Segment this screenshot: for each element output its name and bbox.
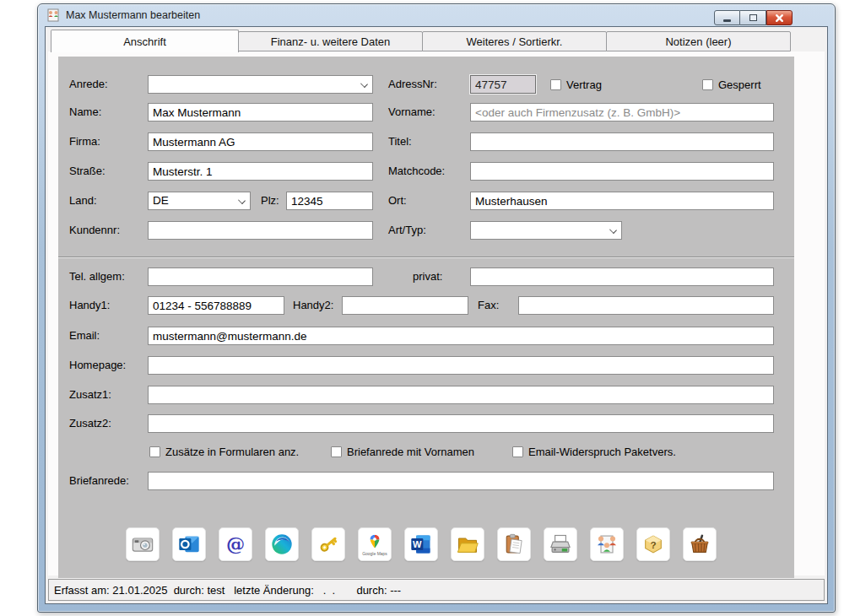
printer-icon xyxy=(549,532,572,556)
key-icon xyxy=(316,532,340,556)
plz-input[interactable] xyxy=(286,192,373,210)
land-combo-value: DE xyxy=(153,194,169,207)
zusaetze-formulare-checkbox[interactable]: Zusätze in Formularen anz. xyxy=(149,445,299,458)
tab-weiteres[interactable]: Weiteres / Sortierkr. xyxy=(422,31,607,51)
name-input[interactable] xyxy=(148,103,373,122)
send-email-button[interactable]: @ xyxy=(219,527,252,561)
google-maps-caption: Google Maps xyxy=(362,551,387,556)
outlook-button[interactable] xyxy=(172,527,206,561)
fax-input[interactable] xyxy=(518,296,774,315)
gesperrt-checkbox-label: Gesperrt xyxy=(718,78,761,91)
strasse-label: Straße: xyxy=(69,162,106,181)
ort-input[interactable] xyxy=(470,192,774,210)
clipboard-icon xyxy=(502,532,526,556)
handy1-input[interactable] xyxy=(148,296,284,315)
privat-input[interactable] xyxy=(470,267,774,286)
zusatz1-input[interactable] xyxy=(148,386,774,404)
land-combo[interactable]: DE xyxy=(148,192,251,210)
plz-label: Plz: xyxy=(261,192,279,210)
email-widerspruch-checkbox-label: Email-Widerspruch Paketvers. xyxy=(528,446,676,458)
tab-notizen[interactable]: Notizen (leer) xyxy=(606,31,791,51)
basket-button[interactable] xyxy=(683,527,717,561)
close-button[interactable] xyxy=(766,10,793,25)
password-key-button[interactable] xyxy=(311,527,345,561)
ort-label: Ort: xyxy=(388,192,407,210)
handy2-label: Handy2: xyxy=(293,296,333,315)
adressnr-label: AdressNr: xyxy=(388,75,437,94)
name-label: Name: xyxy=(69,103,101,122)
basket-icon xyxy=(688,532,711,556)
handy2-input[interactable] xyxy=(342,296,468,315)
matchcode-label: Matchcode: xyxy=(388,162,445,181)
vertrag-checkbox[interactable]: Vertrag xyxy=(550,78,602,91)
privat-label: privat: xyxy=(413,267,442,286)
folder-button[interactable] xyxy=(451,527,484,561)
action-toolbar: @ xyxy=(126,527,717,561)
word-button[interactable]: W xyxy=(404,527,438,561)
minimize-button[interactable] xyxy=(714,10,740,25)
minimize-icon xyxy=(723,19,731,22)
maximize-button[interactable] xyxy=(740,10,766,25)
tel-allgem-input[interactable] xyxy=(148,267,373,286)
titlebar[interactable]: Max Mustermann bearbeiten xyxy=(38,4,835,26)
section-divider xyxy=(58,257,794,258)
email-widerspruch-checkbox-box[interactable] xyxy=(512,446,523,457)
contacts-button[interactable] xyxy=(590,527,624,561)
zusatz2-label: Zusatz2: xyxy=(69,414,111,433)
zusaetze-formulare-checkbox-label: Zusätze in Formularen anz. xyxy=(165,446,299,458)
svg-text:W: W xyxy=(413,539,422,549)
tab-anschrift[interactable]: Anschrift xyxy=(51,30,239,52)
zusaetze-formulare-checkbox-box[interactable] xyxy=(149,446,160,457)
handy1-label: Handy1: xyxy=(69,296,110,315)
word-icon: W xyxy=(409,532,433,556)
email-widerspruch-checkbox[interactable]: Email-Widerspruch Paketvers. xyxy=(512,445,676,458)
edge-browser-button[interactable] xyxy=(265,527,299,561)
vorname-label: Vorname: xyxy=(388,103,436,122)
homepage-label: Homepage: xyxy=(69,356,126,375)
email-at-icon: @ xyxy=(224,532,247,556)
clipboard-button[interactable] xyxy=(497,527,531,561)
camera-icon xyxy=(131,532,154,556)
print-button[interactable] xyxy=(544,527,577,561)
email-label: Email: xyxy=(69,327,100,345)
status-bar: Erfasst am: 21.01.2025 durch: test letzt… xyxy=(48,579,825,601)
briefanrede-vorname-checkbox-label: Briefanrede mit Vornamen xyxy=(347,446,474,458)
arttyp-label: Art/Typ: xyxy=(388,221,426,240)
edit-contact-window: Max Mustermann bearbeiten Anschrift Fina… xyxy=(37,3,836,613)
camera-button[interactable] xyxy=(126,527,160,561)
briefanrede-input[interactable] xyxy=(148,472,774,490)
homepage-input[interactable] xyxy=(148,356,774,375)
folder-icon xyxy=(456,532,479,556)
vorname-input[interactable] xyxy=(470,103,774,122)
help-icon: ? xyxy=(641,532,665,556)
vertrag-checkbox-box[interactable] xyxy=(550,79,561,90)
briefanrede-vorname-checkbox[interactable]: Briefanrede mit Vornamen xyxy=(331,445,474,458)
gesperrt-checkbox-box[interactable] xyxy=(702,79,713,90)
email-input[interactable] xyxy=(148,327,774,345)
briefanrede-vorname-checkbox-box[interactable] xyxy=(331,446,342,457)
google-maps-icon xyxy=(366,533,383,550)
matchcode-input[interactable] xyxy=(470,162,774,181)
gesperrt-checkbox[interactable]: Gesperrt xyxy=(702,78,761,91)
arttyp-combo[interactable] xyxy=(470,221,622,240)
edge-browser-icon xyxy=(270,532,294,556)
firma-input[interactable] xyxy=(148,132,373,151)
chevron-down-icon xyxy=(609,226,617,234)
google-maps-button[interactable]: Google Maps xyxy=(358,527,392,561)
adressnr-field xyxy=(470,75,536,94)
kundennr-input[interactable] xyxy=(148,221,373,240)
contacts-app-icon xyxy=(46,8,61,22)
window-client-area: Anschrift Finanz- u. weitere Daten Weite… xyxy=(45,26,828,604)
help-button[interactable]: ? xyxy=(636,527,670,561)
firma-label: Firma: xyxy=(69,132,100,151)
tab-finanz[interactable]: Finanz- u. weitere Daten xyxy=(238,31,423,51)
strasse-input[interactable] xyxy=(148,162,373,181)
chevron-down-icon xyxy=(238,197,246,204)
anrede-combo[interactable] xyxy=(148,75,373,94)
tab-strip: Anschrift Finanz- u. weitere Daten Weite… xyxy=(51,30,791,52)
titel-input[interactable] xyxy=(470,132,774,151)
tabpage-anschrift: Anrede: AdressNr: Vertrag Gesperrt Name: xyxy=(48,51,825,575)
land-label: Land: xyxy=(69,192,97,210)
kundennr-label: Kundennr: xyxy=(69,221,120,240)
zusatz2-input[interactable] xyxy=(148,414,774,433)
